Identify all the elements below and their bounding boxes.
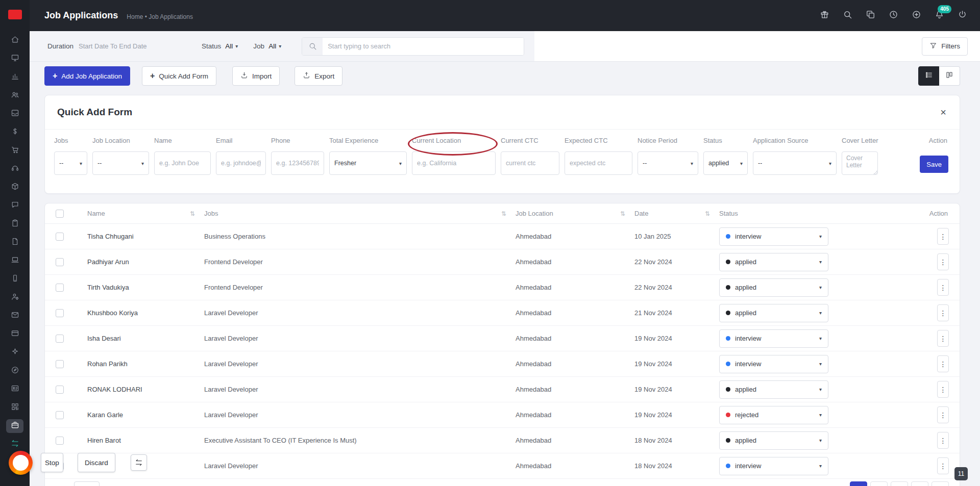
applicant-name[interactable]: RONAK LODHARI — [87, 386, 204, 393]
row-checkbox[interactable] — [56, 284, 64, 292]
job-filter-dropdown[interactable]: All▾ — [268, 42, 281, 50]
page-button-2[interactable]: 2 — [870, 481, 888, 486]
sidebar-item-assets[interactable] — [6, 181, 23, 194]
sidebar-item-documents[interactable] — [6, 236, 23, 249]
page-button-3[interactable]: 3 — [891, 481, 908, 486]
discard-button[interactable]: Discard — [78, 453, 115, 472]
row-actions-button[interactable]: ⋮ — [937, 432, 949, 449]
header-products-button[interactable] — [818, 9, 831, 22]
page-button-5[interactable]: 5 — [932, 481, 949, 486]
applicant-name[interactable]: Karan Garle — [87, 411, 204, 419]
column-header-jobs[interactable]: Jobs⇅ — [204, 210, 516, 217]
column-header-loc[interactable]: Job Location⇅ — [516, 210, 634, 217]
sidebar-item-billing[interactable] — [6, 327, 23, 341]
header-notifications-button[interactable]: 405 — [933, 9, 946, 22]
row-actions-button[interactable]: ⋮ — [937, 228, 949, 245]
row-actions-button[interactable]: ⋮ — [937, 253, 949, 270]
sidebar-item-explore[interactable] — [6, 364, 23, 378]
sidebar-item-scanner[interactable] — [6, 401, 23, 415]
sidebar-item-team[interactable] — [6, 89, 23, 103]
applicant-name[interactable]: Hiren Barot — [87, 437, 204, 444]
list-view-toggle[interactable] — [918, 66, 939, 86]
floating-logo[interactable] — [9, 451, 33, 475]
sidebar-item-reports[interactable] — [6, 70, 23, 84]
sidebar-item-purchases[interactable] — [6, 144, 23, 158]
application-source-select[interactable]: --▾ — [753, 151, 837, 175]
sidebar-item-recruitment[interactable] — [6, 419, 23, 433]
sidebar-item-home[interactable] — [6, 34, 23, 47]
sidebar-item-mobile-app[interactable] — [6, 272, 23, 286]
sidebar-item-inbox[interactable] — [6, 107, 23, 121]
header-power-button[interactable] — [955, 9, 969, 22]
export-button[interactable]: Export — [295, 66, 342, 86]
status-select[interactable]: applied▾ — [719, 253, 828, 271]
header-quick-create-button[interactable] — [910, 9, 923, 22]
row-actions-button[interactable]: ⋮ — [937, 457, 949, 474]
sidebar-item-messages[interactable] — [6, 199, 23, 213]
sidebar-item-tasks[interactable] — [6, 217, 23, 231]
per-page-select[interactable]: ▾ — [74, 481, 100, 486]
app-logo[interactable] — [8, 10, 22, 19]
sidebar-item-dashboard[interactable] — [6, 52, 23, 66]
row-actions-button[interactable]: ⋮ — [937, 330, 949, 347]
sort-icon[interactable]: ⇅ — [620, 210, 625, 217]
duration-input[interactable] — [79, 42, 183, 50]
sidebar-item-shortcuts[interactable] — [6, 438, 23, 451]
status-select[interactable]: applied▾ — [719, 431, 828, 450]
sidebar-item-support[interactable] — [6, 162, 23, 176]
row-actions-button[interactable]: ⋮ — [937, 304, 949, 321]
filters-button[interactable]: Filters — [922, 37, 968, 56]
page-button-1[interactable]: 1 — [850, 481, 867, 486]
close-icon[interactable]: × — [940, 107, 946, 117]
name-input[interactable] — [154, 151, 211, 175]
row-checkbox[interactable] — [56, 309, 64, 317]
applicant-name[interactable]: Khushboo Koriya — [87, 309, 204, 317]
add-job-application-button[interactable]: +Add Job Application — [44, 66, 130, 86]
sidebar-item-id-cards[interactable] — [6, 382, 23, 396]
total-experience-select[interactable]: Fresher▾ — [329, 151, 407, 175]
row-checkbox[interactable] — [56, 386, 64, 394]
header-notes-button[interactable] — [864, 9, 877, 22]
row-checkbox[interactable] — [56, 437, 64, 445]
sort-icon[interactable]: ⇅ — [501, 210, 506, 217]
save-button[interactable]: Save — [920, 156, 948, 173]
row-checkbox[interactable] — [56, 258, 64, 266]
status-select[interactable]: interview▾ — [719, 355, 828, 373]
page-button-4[interactable]: 4 — [911, 481, 928, 486]
cover-letter-textarea[interactable] — [842, 151, 878, 175]
sort-icon[interactable]: ⇅ — [190, 210, 195, 217]
current-location-input[interactable] — [412, 151, 496, 175]
sidebar-item-devices[interactable] — [6, 254, 23, 268]
row-checkbox[interactable] — [56, 233, 64, 241]
phone-input[interactable] — [271, 151, 324, 175]
status-select[interactable]: interview▾ — [719, 227, 828, 246]
applicant-name[interactable]: Padhiyar Arun — [87, 258, 204, 266]
sidebar-item-highlights[interactable] — [6, 346, 23, 360]
status-filter-dropdown[interactable]: All▾ — [225, 42, 238, 50]
swap-icon[interactable] — [131, 454, 147, 471]
status-select[interactable]: interview▾ — [719, 457, 828, 475]
sidebar-item-payroll[interactable] — [6, 125, 23, 139]
notice-period-select[interactable]: --▾ — [638, 151, 698, 175]
header-history-button[interactable] — [887, 9, 900, 22]
status-select[interactable]: applied▾ — [719, 304, 828, 322]
applicant-name[interactable]: Tisha Chhugani — [87, 233, 204, 240]
header-search-button[interactable] — [841, 9, 854, 22]
row-actions-button[interactable]: ⋮ — [937, 279, 949, 296]
sidebar-item-mail[interactable] — [6, 309, 23, 323]
select-all-checkbox[interactable] — [56, 210, 64, 218]
row-checkbox[interactable] — [56, 360, 64, 368]
row-actions-button[interactable]: ⋮ — [937, 381, 949, 398]
email-input[interactable] — [216, 151, 266, 175]
status-select[interactable]: applied▾ — [719, 380, 828, 399]
sort-icon[interactable]: ⇅ — [705, 210, 710, 217]
status-select[interactable]: interview▾ — [719, 329, 828, 348]
jobs-select[interactable]: --▾ — [54, 151, 87, 175]
breadcrumb[interactable]: Home • Job Applications — [127, 13, 193, 20]
row-checkbox[interactable] — [56, 335, 64, 343]
job-location-select[interactable]: --▾ — [92, 151, 149, 175]
applicant-name[interactable]: Isha Desari — [87, 335, 204, 342]
status-select[interactable]: applied▾ — [719, 278, 828, 297]
import-button[interactable]: Import — [232, 66, 280, 86]
quick-add-form-button[interactable]: +Quick Add Form — [142, 66, 216, 86]
